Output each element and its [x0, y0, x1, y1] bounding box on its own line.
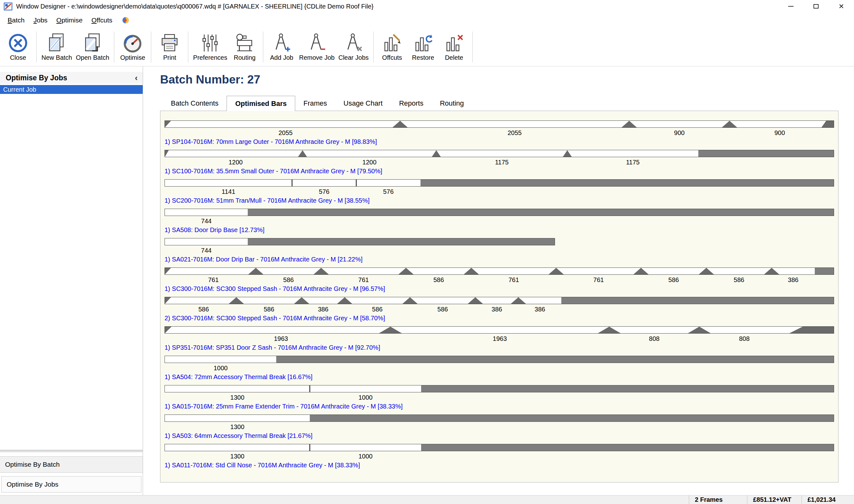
piece-length-label: 1000	[359, 453, 373, 460]
square-cut-marker	[310, 444, 310, 451]
optimise-by-jobs-button[interactable]: Optimise By Jobs	[1, 476, 141, 492]
sidebar: Optimise By Jobs ‹ Current Job Optimise …	[0, 67, 143, 495]
tab-strip: Batch ContentsOptimised BarsFramesUsage …	[160, 96, 854, 111]
mitre-cut-marker	[468, 297, 483, 304]
routing-button[interactable]: Routing	[229, 31, 260, 62]
mitre-cut-marker	[511, 297, 526, 304]
bar-label[interactable]: 1) SC100-7016M: 35.5mm Small Outer - 701…	[164, 167, 382, 175]
status-bar: 2 Frames £851.12+VAT £1,021.34	[0, 495, 854, 504]
toolbar-separator	[114, 32, 114, 62]
piece-length-label: 1300	[230, 453, 245, 460]
compass-add-icon	[271, 33, 292, 53]
optimise-button[interactable]: Optimise	[117, 31, 148, 62]
bar-label[interactable]: 2) SC300-7016M: SC300 Stepped Sash - 701…	[164, 314, 385, 322]
bar-graphic[interactable]: 744	[164, 238, 555, 245]
tab-routing[interactable]: Routing	[432, 96, 472, 111]
tab-batch-contents[interactable]: Batch Contents	[163, 96, 227, 111]
bar-graphic[interactable]: 1141576576	[164, 179, 834, 186]
bar-label[interactable]: 1) SA508: Door Drip Base [12.73%]	[164, 227, 264, 234]
piece-length-label: 808	[649, 335, 659, 342]
collapse-sidebar-button[interactable]: ‹	[135, 74, 138, 82]
new-batch-button[interactable]: New Batch	[39, 31, 74, 62]
optimised-bar-row: 5865863865865863863862) SC300-7016M: SC3…	[164, 297, 834, 322]
bar-graphic[interactable]: 744	[164, 209, 834, 216]
piece-length-label: 761	[508, 276, 519, 284]
sidebar-splitter[interactable]	[0, 450, 143, 452]
bar-label[interactable]: 1) SA021-7016M: Door Drip Bar - 7016M An…	[164, 256, 363, 263]
bar-graphic[interactable]: 586586386586586386386	[164, 297, 834, 304]
bar-label[interactable]: 1) SA015-7016M: 25mm Frame Extender Trim…	[164, 403, 403, 410]
close-button[interactable]: Close	[2, 31, 34, 62]
preferences-sliders-icon	[200, 33, 221, 53]
bar-graphic[interactable]: 13001000	[164, 444, 834, 451]
toolbar-separator	[188, 32, 188, 62]
job-list-item[interactable]: Current Job	[0, 85, 143, 94]
close-icon: ×	[839, 2, 844, 11]
piece-length-label: 744	[201, 218, 211, 225]
minimize-button[interactable]	[778, 0, 803, 13]
tab-optimised-bars[interactable]: Optimised Bars	[227, 96, 295, 111]
print-button[interactable]: Print	[154, 31, 185, 62]
preferences-button[interactable]: Preferences	[191, 31, 229, 62]
piece-length-label: 1200	[362, 159, 377, 166]
bar-graphic[interactable]: 1300	[164, 415, 834, 422]
toolbar: CloseNew BatchOpen BatchOptimisePrintPre…	[0, 28, 854, 67]
clear-jobs-button[interactable]: Clear Jobs	[336, 31, 370, 62]
piece-length-label: 761	[358, 276, 369, 284]
piece-length-label: 386	[788, 276, 798, 284]
angled-start-cut	[165, 327, 172, 333]
maximize-icon	[814, 4, 819, 8]
bar-label[interactable]: 1) SA011-7016M: Std Cill Nose - 7016M An…	[164, 462, 360, 469]
tab-reports[interactable]: Reports	[391, 96, 432, 111]
tab-frames[interactable]: Frames	[295, 96, 335, 111]
main-area: Optimise By Jobs ‹ Current Job Optimise …	[0, 67, 854, 495]
offcuts-button[interactable]: Offcuts	[377, 31, 407, 62]
menu-item-batch[interactable]: Batch	[3, 15, 29, 26]
add-job-button[interactable]: Add Job	[266, 31, 297, 62]
menu-item-jobs[interactable]: Jobs	[29, 15, 52, 26]
bar-label[interactable]: 1) SA503: 64mm Accessory Thermal Break […	[164, 432, 313, 439]
bar-label[interactable]: 1) SP104-7016M: 70mm Large Outer - 7016M…	[164, 138, 377, 145]
bar-graphic[interactable]: 13001000	[164, 385, 834, 392]
square-cut-marker	[310, 385, 310, 392]
maximize-button[interactable]	[803, 0, 829, 13]
waste-offcut	[789, 327, 834, 333]
toolbar-button-label: Offcuts	[382, 54, 402, 61]
waste-offcut	[561, 297, 834, 304]
bar-label[interactable]: 1) SC300-7016M: SC300 Stepped Sash - 701…	[164, 285, 385, 292]
toolbar-button-label: Remove Job	[299, 54, 334, 61]
bar-graphic[interactable]: 1000	[164, 356, 834, 363]
restore-button[interactable]: Restore	[407, 31, 438, 62]
optimised-bar-row: 196319638088081) SP351-7016M: SP351 Door…	[164, 326, 834, 351]
bar-graphic[interactable]: 761586761586761761586586386	[164, 268, 834, 275]
bar-graphic[interactable]: 1200120011751175	[164, 150, 834, 157]
help-icon[interactable]	[122, 16, 129, 24]
close-window-button[interactable]: ×	[829, 0, 854, 13]
mitre-cut-marker	[563, 150, 572, 157]
bar-graphic[interactable]: 20552055900900	[164, 121, 834, 128]
bar-label[interactable]: 1) SC200-7016M: 51mm Tran/Mull - 7016M A…	[164, 197, 370, 204]
page-title: Batch Number: 27	[160, 73, 854, 86]
bar-label[interactable]: 1) SA504: 72mm Accessory Thermal Break […	[164, 374, 313, 381]
piece-length-label: 586	[437, 306, 448, 313]
mitre-cut-marker	[464, 268, 479, 274]
optimise-by-batch-button[interactable]: Optimise By Batch	[0, 456, 143, 473]
piece-length-label: 386	[492, 306, 502, 313]
bar-graphic[interactable]: 19631963808808	[164, 326, 834, 334]
optimised-bar-row: 10001) SA504: 72mm Accessory Thermal Bre…	[164, 356, 834, 381]
bar-label[interactable]: 1) SP351-7016M: SP351 Door Z Sash - 7016…	[164, 344, 380, 351]
mitre-cut-marker	[722, 121, 737, 127]
toolbar-button-label: Clear Jobs	[338, 54, 369, 61]
delete-button[interactable]: Delete	[438, 31, 470, 62]
menu-item-offcuts[interactable]: Offcuts	[87, 15, 117, 26]
waste-offcut	[421, 444, 834, 451]
menu-item-optimise[interactable]: Optimise	[52, 15, 87, 26]
mitre-cut-marker	[432, 150, 441, 157]
piece-length-label: 761	[208, 276, 219, 284]
piece-length-label: 1300	[230, 394, 245, 401]
remove-job-button[interactable]: Remove Job	[297, 31, 336, 62]
open-batch-button[interactable]: Open Batch	[74, 31, 111, 62]
mitre-cut-marker	[764, 268, 779, 274]
tab-usage-chart[interactable]: Usage Chart	[335, 96, 391, 111]
status-frames: 2 Frames	[689, 496, 747, 504]
